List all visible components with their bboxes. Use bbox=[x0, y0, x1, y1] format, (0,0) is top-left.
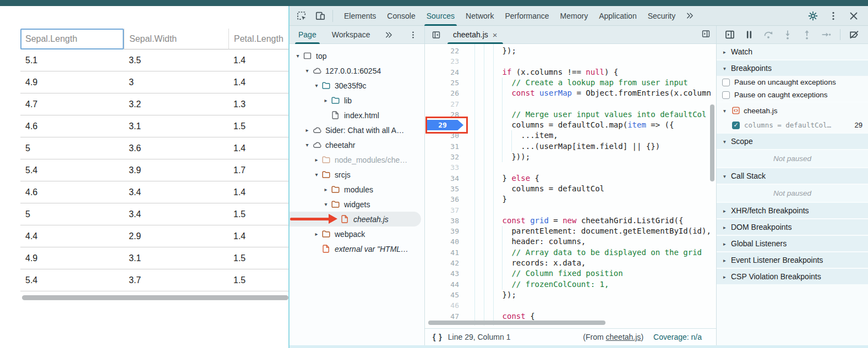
code-line[interactable]: 45 }); bbox=[425, 290, 716, 301]
code-line[interactable]: 43 // Column fixed position bbox=[425, 268, 716, 279]
grid-cell[interactable]: 5.4 bbox=[20, 269, 124, 291]
editor-vertical-scrollbar[interactable] bbox=[710, 104, 714, 181]
line-number[interactable]: 32 bbox=[425, 152, 459, 162]
chevron-double-right-icon[interactable] bbox=[685, 11, 695, 20]
line-number[interactable]: 22 bbox=[425, 46, 459, 56]
tab-close-icon[interactable]: × bbox=[493, 31, 498, 39]
checkbox[interactable] bbox=[722, 91, 730, 99]
code-line[interactable]: 40 header: columns, bbox=[425, 236, 716, 247]
grid-cell[interactable]: 5 bbox=[20, 203, 124, 225]
code-line[interactable]: 28 // Merge user input values into defau… bbox=[425, 109, 716, 120]
grid-cell[interactable]: 3.2 bbox=[124, 93, 228, 115]
code-line[interactable]: 32 })); bbox=[425, 152, 716, 163]
tree-item-lib[interactable]: ▸lib bbox=[290, 93, 424, 108]
grid-cell[interactable]: 1.5 bbox=[228, 115, 288, 137]
code-line[interactable]: 22 }); bbox=[425, 46, 716, 57]
code-line[interactable]: 27 bbox=[425, 99, 716, 110]
collapsed-triangle-icon[interactable]: ▸ bbox=[313, 157, 320, 163]
line-number[interactable]: 37 bbox=[425, 205, 459, 216]
grid-cell[interactable]: 4.7 bbox=[20, 93, 124, 115]
expanded-triangle-icon[interactable]: ▾ bbox=[313, 82, 320, 89]
editor-horizontal-scrollbar[interactable] bbox=[428, 321, 605, 325]
code-line[interactable]: 29 columns = defaultCol.map(item => ({ bbox=[425, 120, 716, 131]
tab-console[interactable]: Console bbox=[381, 6, 421, 26]
tree-item-127-0-0-1-60254[interactable]: ▾127.0.0.1:60254 bbox=[290, 63, 424, 78]
grid-cell[interactable]: 1.5 bbox=[228, 247, 288, 269]
tab-security[interactable]: Security bbox=[642, 6, 681, 26]
breakpoint-file-group-cheetah-js[interactable]: ▾cheetah.js bbox=[717, 103, 868, 118]
line-number[interactable]: 41 bbox=[425, 247, 459, 258]
tree-item-webpack[interactable]: ▸webpack bbox=[290, 227, 424, 241]
line-number[interactable]: 24 bbox=[425, 67, 459, 78]
line-number[interactable]: 23 bbox=[425, 56, 459, 67]
grid-cell[interactable]: 1.4 bbox=[228, 225, 288, 247]
line-number[interactable]: 25 bbox=[425, 78, 459, 88]
tab-memory[interactable]: Memory bbox=[555, 6, 594, 26]
show-right-panel-icon[interactable] bbox=[701, 29, 711, 38]
grid-cell[interactable]: 5 bbox=[20, 137, 124, 159]
line-number[interactable]: 43 bbox=[425, 268, 459, 279]
grid-cell[interactable]: 1.7 bbox=[228, 159, 288, 181]
code-line[interactable]: 33 bbox=[425, 162, 716, 173]
tree-item-external-var-html[interactable]: external var "HTML… bbox=[290, 241, 424, 256]
collapsed-triangle-icon[interactable]: ▸ bbox=[322, 97, 330, 103]
collapse-navigator-panel-icon[interactable] bbox=[432, 30, 441, 40]
grid-header-petal-length[interactable]: Petal.Length bbox=[228, 29, 288, 49]
section-breakpoints[interactable]: ▾Breakpoints bbox=[717, 60, 868, 76]
line-number[interactable]: 38 bbox=[425, 216, 459, 226]
grid-cell[interactable]: 3.4 bbox=[124, 181, 228, 203]
code-line[interactable]: 44 // frozenColCount: 1, bbox=[425, 279, 716, 290]
code-line[interactable]: 35 columns = defaultCol bbox=[425, 184, 716, 195]
line-number[interactable]: 35 bbox=[425, 184, 459, 194]
code-line[interactable]: 24 if (x.columns !== null) { bbox=[425, 67, 716, 78]
grid-cell[interactable]: 4.6 bbox=[20, 181, 124, 203]
line-number[interactable]: 27 bbox=[425, 99, 459, 109]
source-map-file-link[interactable]: cheetah.js bbox=[606, 333, 641, 341]
tree-item-widgets[interactable]: ▾widgets bbox=[290, 197, 424, 212]
code-line[interactable]: 23 bbox=[425, 56, 716, 67]
grid-cell[interactable]: 3.7 bbox=[124, 269, 228, 291]
grid-cell[interactable]: 3.6 bbox=[124, 137, 228, 159]
code-line[interactable]: 39 parentElement: document.getElementByI… bbox=[425, 226, 716, 237]
grid-cell[interactable]: 3.1 bbox=[124, 115, 228, 137]
grid-cell[interactable]: 4.4 bbox=[20, 225, 124, 247]
grid-cell[interactable]: 4.6 bbox=[20, 115, 124, 137]
navigator-tab-page[interactable]: Page bbox=[297, 26, 318, 44]
grid-header-sepal-width[interactable]: Sepal.Width bbox=[124, 29, 228, 49]
grid-cell[interactable]: 2.9 bbox=[124, 225, 228, 247]
expanded-triangle-icon[interactable]: ▾ bbox=[313, 172, 320, 178]
tab-sources[interactable]: Sources bbox=[421, 6, 460, 26]
checkbox[interactable] bbox=[722, 79, 730, 86]
breakpoint-entry[interactable]: ✓columns = defaultCol…29 bbox=[717, 118, 868, 132]
section-global-listeners[interactable]: ▸Global Listeners bbox=[717, 236, 868, 251]
code-line[interactable]: 26 const userMap = Object.fromEntries(x.… bbox=[425, 88, 716, 99]
code-line[interactable]: 30 ...item, bbox=[425, 130, 716, 141]
breakpoint-checkbox[interactable]: ✓ bbox=[732, 121, 740, 129]
expanded-triangle-icon[interactable]: ▾ bbox=[322, 201, 330, 207]
code-line[interactable]: 42 records: x.data, bbox=[425, 258, 716, 269]
grid-cell[interactable]: 5.4 bbox=[20, 159, 124, 181]
code-area[interactable]: 22 });2324 if (x.columns !== null) {25 /… bbox=[425, 44, 716, 328]
kebab-menu-icon[interactable] bbox=[408, 30, 418, 40]
expanded-triangle-icon[interactable]: ▾ bbox=[303, 142, 311, 148]
tab-performance[interactable]: Performance bbox=[499, 6, 554, 26]
grid-cell[interactable]: 1.3 bbox=[228, 93, 288, 115]
line-number[interactable]: 33 bbox=[425, 162, 459, 173]
inspect-icon[interactable] bbox=[296, 10, 307, 21]
code-line[interactable]: 25 // Create a lookup map from user inpu… bbox=[425, 78, 716, 89]
grid-cell[interactable]: 3.1 bbox=[124, 247, 228, 269]
section-scope[interactable]: ▾Scope bbox=[717, 134, 868, 149]
tree-item-index-html[interactable]: index.html bbox=[290, 108, 424, 123]
collapsed-triangle-icon[interactable]: ▸ bbox=[313, 231, 320, 237]
section-csp-violation-breakpoints[interactable]: ▸CSP Violation Breakpoints bbox=[717, 269, 868, 284]
line-number[interactable]: 36 bbox=[425, 194, 459, 205]
line-number[interactable]: 45 bbox=[425, 290, 459, 300]
grid-cell[interactable]: 1.5 bbox=[228, 203, 288, 225]
code-line[interactable]: 31 ...(userMap[item.field] || {}) bbox=[425, 141, 716, 152]
expanded-triangle-icon[interactable]: ▾ bbox=[303, 68, 311, 74]
grid-cell[interactable]: 3.5 bbox=[124, 49, 228, 71]
collapsed-triangle-icon[interactable]: ▸ bbox=[322, 186, 330, 192]
section-xhr-fetch-breakpoints[interactable]: ▸XHR/fetch Breakpoints bbox=[717, 203, 868, 218]
step-into-icon[interactable] bbox=[782, 29, 793, 40]
step-icon[interactable] bbox=[821, 29, 832, 40]
